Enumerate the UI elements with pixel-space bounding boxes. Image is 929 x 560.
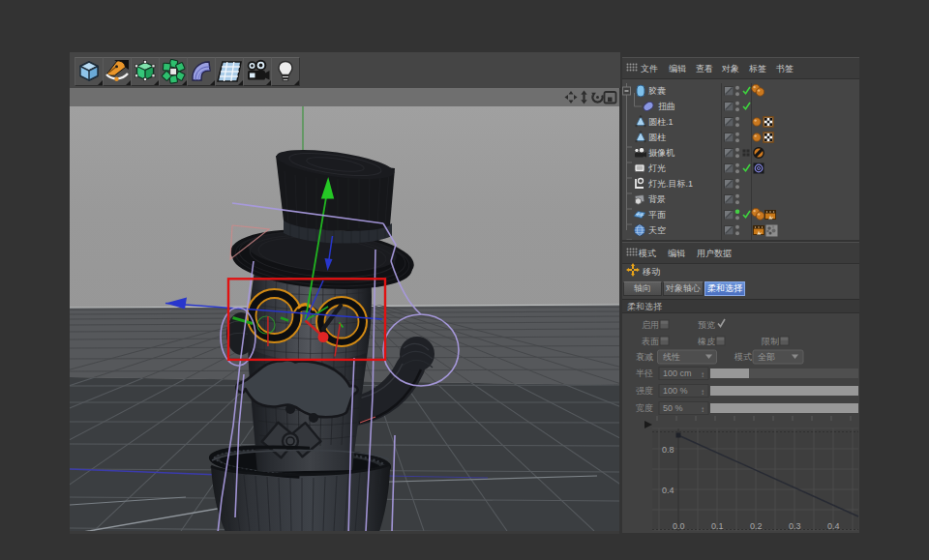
svg-text:50 %: 50 % [663,403,683,413]
svg-text:100 %: 100 % [663,386,688,396]
svg-text:↕: ↕ [701,370,704,379]
svg-text:线性: 线性 [663,352,680,362]
svg-text:0.4: 0.4 [827,521,840,531]
svg-text:0.4: 0.4 [662,486,674,495]
svg-text:↕: ↕ [701,388,704,397]
svg-text:100 cm: 100 cm [663,368,692,378]
svg-text:↕: ↕ [701,405,704,414]
svg-text:0.2: 0.2 [750,521,763,531]
svg-text:0.0: 0.0 [673,521,685,531]
svg-text:0.1: 0.1 [711,521,724,531]
svg-text:0.3: 0.3 [789,521,801,531]
svg-text:0.8: 0.8 [662,445,674,455]
svg-text:全部: 全部 [758,352,775,362]
